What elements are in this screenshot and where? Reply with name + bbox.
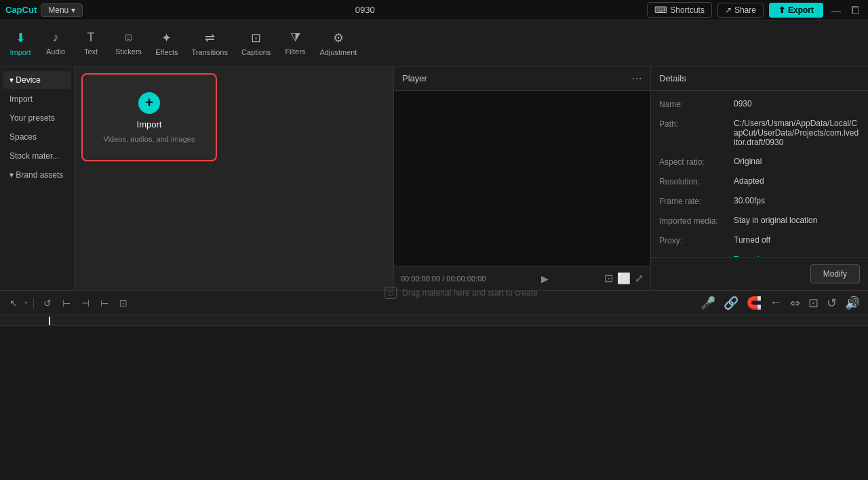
toolbar-label-transitions: Transitions (192, 48, 228, 56)
player-area: Player ⋯ 00:00:00:00 / 00:00:00:00 ▶ ⊡ ⬜… (393, 66, 651, 290)
import-icon: + (138, 92, 160, 114)
play-button[interactable]: ▶ (541, 273, 549, 284)
mic-button[interactable]: 🎤 (698, 293, 718, 313)
link-button[interactable]: 🔗 (721, 293, 741, 313)
sidebar-item-device[interactable]: ▾ Device (3, 71, 71, 89)
toolbar-label-text: Text (84, 47, 98, 56)
cursor-tool[interactable]: ↖ (5, 295, 22, 311)
topbar-right: ⌨ Shortcuts ↗ Share ⬆ Export — ⧠ (647, 2, 863, 18)
toolbar-icon-filters: ⧩ (290, 31, 300, 45)
details-title: Details (659, 73, 686, 83)
toolbar-label-import: Import (9, 48, 31, 56)
import-sublabel: Videos, audios, and images (104, 135, 195, 143)
topbar: CapCut Menu ▾ 0930 ⌨ Shortcuts ↗ Share ⬆… (0, 0, 868, 20)
detail-value: Original (734, 157, 860, 166)
toolbar-item-audio[interactable]: ♪Audio (38, 26, 73, 60)
player-icons: ⊡ ⬜ ⤢ (604, 272, 644, 285)
shortcuts-button[interactable]: ⌨ Shortcuts (647, 2, 712, 18)
toolbar-label-captions: Captions (241, 48, 271, 56)
sidebar-item-stock[interactable]: Stock mater... (3, 147, 71, 165)
detail-row: Imported media:Stay in original location (659, 216, 860, 226)
toolbar-item-filters[interactable]: ⧩Filters (277, 26, 313, 60)
modify-button[interactable]: Modify (810, 264, 860, 283)
toolbar-label-filters: Filters (285, 47, 305, 56)
menu-button[interactable]: Menu ▾ (41, 3, 83, 17)
arrow-left-button[interactable]: ← (767, 293, 785, 313)
toolbar-item-captions[interactable]: ⊡Captions (235, 26, 277, 60)
player-body (394, 91, 650, 266)
toolbar: ⬇Import♪AudioTText☺Stickers✦Effects⇌Tran… (0, 20, 868, 66)
sidebar-item-import[interactable]: Import (3, 90, 71, 108)
cursor-chevron[interactable]: ▾ (24, 299, 28, 306)
toolbar-item-import[interactable]: ⬇Import (3, 26, 38, 60)
drag-hint: ⊡ Drag material here and start to create (384, 287, 537, 299)
details-panel: Details Name:0930Path:C:/Users/Usman/App… (651, 66, 868, 290)
time-display: 00:00:00:00 / 00:00:00:00 (401, 275, 486, 283)
detail-row: Resolution:Adapted (659, 176, 860, 186)
main-content: ▾ DeviceImportYour presetsSpacesStock ma… (0, 66, 868, 290)
delete-button[interactable]: ⊡ (115, 295, 132, 311)
details-body: Name:0930Path:C:/Users/Usman/AppData/Loc… (651, 91, 868, 257)
maximize-button[interactable]: ⧠ (848, 3, 863, 17)
sidebar-item-brand[interactable]: ▾ Brand assets (3, 166, 71, 184)
undo-button[interactable]: ↺ (39, 295, 56, 311)
playhead[interactable] (49, 317, 50, 325)
minimize-button[interactable]: — (829, 3, 844, 17)
import-box[interactable]: + Import Videos, audios, and images (81, 73, 217, 161)
import-label: Import (137, 119, 162, 129)
detail-key: Aspect ratio: (659, 157, 734, 167)
toolbar-item-stickers[interactable]: ☺Stickers (108, 26, 149, 60)
toolbar-icon-audio: ♪ (53, 31, 59, 45)
detail-value: C:/Users/Usman/AppData/Local/CapCut/User… (734, 119, 860, 147)
window-controls: — ⧠ (829, 3, 863, 17)
detail-value: 30.00fps (734, 196, 860, 205)
trim-right-button[interactable]: ⊢ (96, 295, 113, 311)
drag-hint-text: Drag material here and start to create (402, 288, 537, 298)
export-button[interactable]: ⬆ Export (769, 3, 823, 18)
logo: CapCut (5, 5, 37, 15)
caption-auto-button[interactable]: ⊡ (806, 293, 821, 313)
magnet-button[interactable]: 🧲 (744, 293, 764, 313)
detail-key: Name: (659, 99, 734, 109)
player-title: Player (402, 73, 427, 83)
toolbar-item-transitions[interactable]: ⇌Transitions (185, 26, 235, 60)
split-button[interactable]: ⊢ (58, 295, 75, 311)
undo-tl[interactable]: ↺ (824, 293, 840, 313)
ratio-icon[interactable]: ⬜ (617, 272, 631, 285)
detail-key: Path: (659, 119, 734, 129)
topbar-left: CapCut Menu ▾ (5, 3, 83, 17)
details-header: Details (651, 66, 868, 91)
detail-row: Aspect ratio:Original (659, 157, 860, 167)
sidebar-item-spaces[interactable]: Spaces (3, 128, 71, 146)
player-menu-icon[interactable]: ⋯ (631, 72, 642, 85)
toolbar-icon-transitions: ⇌ (205, 31, 215, 45)
detail-key: Imported media: (659, 216, 734, 226)
player-header: Player ⋯ (394, 66, 650, 91)
toolbar-icon-import: ⬇ (16, 31, 26, 45)
detail-row: Name:0930 (659, 99, 860, 109)
detail-row: Frame rate:30.00fps (659, 196, 860, 206)
toolbar-label-adjustment: Adjustment (319, 48, 357, 56)
toolbar-item-effects[interactable]: ✦Effects (149, 26, 184, 60)
drag-icon: ⊡ (384, 287, 397, 299)
toolbar-item-text[interactable]: TText (73, 26, 108, 60)
share-button[interactable]: ↗ Share (717, 3, 764, 18)
toolbar-icon-captions: ⊡ (251, 31, 261, 45)
separator-1 (33, 298, 34, 308)
fullscreen-icon[interactable]: ⤢ (635, 272, 644, 285)
volume-button[interactable]: 🔊 (842, 293, 863, 313)
tl-right: 🎤 🔗 🧲 ← ⇔ ⊡ ↺ 🔊 (698, 293, 863, 313)
detail-row: Proxy:Turned off (659, 235, 860, 245)
media-area: + Import Videos, audios, and images (75, 66, 393, 290)
trim-left-button[interactable]: ⊣ (77, 295, 94, 311)
toolbar-label-effects: Effects (155, 48, 178, 56)
details-footer: Modify (651, 257, 868, 290)
detail-key: Frame rate: (659, 196, 734, 206)
detail-value: Adapted (734, 176, 860, 186)
crop-icon[interactable]: ⊡ (604, 272, 613, 285)
toolbar-icon-effects: ✦ (161, 31, 172, 45)
timeline-body: ⊡ Drag material here and start to create (0, 315, 868, 480)
toolbar-item-adjustment[interactable]: ⚙Adjustment (313, 26, 363, 60)
align-button[interactable]: ⇔ (787, 293, 803, 313)
sidebar-item-presets[interactable]: Your presets (3, 109, 71, 127)
